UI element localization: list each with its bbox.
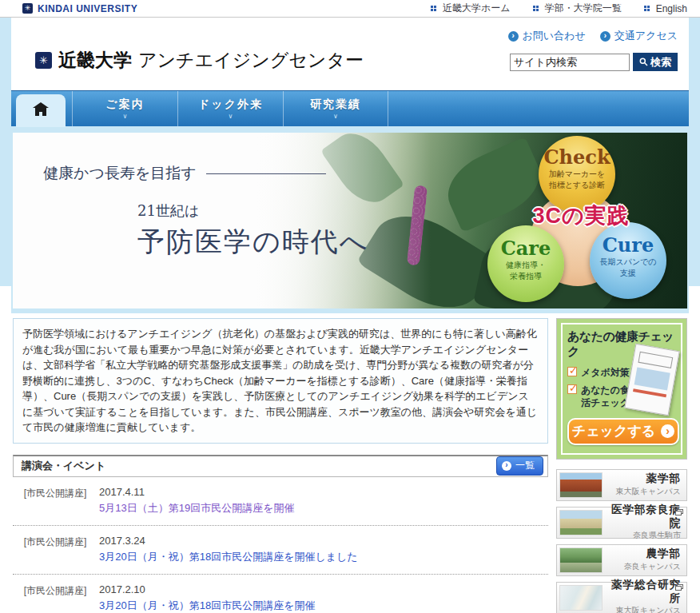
sidebar: あなたの健康チェック メタボ対策 あなたの食生活チェック bbox=[556, 318, 687, 613]
health-check-item-label: メタボ対策 bbox=[581, 366, 630, 379]
cure-desc-line2: 支援 bbox=[620, 269, 636, 277]
chevron-down-icon: ∨ bbox=[178, 112, 283, 121]
event-category: [市民公開講座] bbox=[22, 486, 88, 515]
hero-catchphrase: 健康かつ長寿を目指す bbox=[43, 163, 197, 184]
kindai-brand-label: KINDAI UNIVERSITY bbox=[38, 3, 137, 14]
content-column: ✳ 近畿大学 アンチエイジングセンター › お問い合わせ › 交通アクセス bbox=[11, 18, 689, 613]
events-section: 講演会・イベント › 一覧 [市民公開講座] 2017.4.11 5月13日（土… bbox=[13, 455, 548, 613]
health-check-inner: あなたの健康チェック メタボ対策 あなたの食生活チェック bbox=[561, 323, 682, 455]
top-link-label: 学部・大学院一覧 bbox=[545, 2, 622, 15]
care-desc-line2: 栄養指導 bbox=[510, 272, 542, 281]
tab-research[interactable]: 研究業績 ∨ bbox=[283, 91, 388, 126]
top-utility-bar: ✳ KINDAI UNIVERSITY 近畿大学ホーム 学部・大学院一覧 Eng… bbox=[0, 0, 700, 18]
hero-copy: 健康かつ長寿を目指す 21世紀は 予防医学の時代へ bbox=[43, 163, 369, 261]
cure-circle-title: Cure bbox=[590, 233, 666, 257]
campus-card-agriculture[interactable]: 農学部 奈良キャンパス bbox=[556, 544, 687, 576]
event-body: 2017.2.10 3月20日（月・祝）第18回市民公開講座を開催 bbox=[99, 583, 315, 613]
main-navigation: ご案内 ∨ ドック外来 ∨ 研究業績 ∨ bbox=[11, 90, 689, 126]
external-link-icon bbox=[677, 584, 683, 589]
tab-label: ご案内 bbox=[73, 98, 177, 112]
tab-home[interactable] bbox=[16, 94, 66, 127]
event-body: 2017.4.11 5月13日（土）第19回市民公開講座を開催 bbox=[99, 486, 294, 515]
arrow-circle-icon: › bbox=[661, 424, 674, 438]
health-check-banner[interactable]: あなたの健康チェック メタボ対策 あなたの食生活チェック bbox=[556, 318, 687, 460]
care-circle: Care 健康指導・ 栄養指導 bbox=[487, 225, 564, 302]
three-c-diagram: Check 加齢マーカーを 指標とする診断 Care 健康指導・ 栄養指導 bbox=[487, 136, 673, 305]
event-row: [市民公開講座] 2017.2.10 3月20日（月・祝）第18回市民公開講座を… bbox=[13, 575, 548, 613]
search-icon bbox=[639, 58, 648, 66]
event-date: 2017.3.24 bbox=[99, 535, 358, 547]
top-link-label: 近畿大学ホーム bbox=[443, 2, 511, 15]
arrow-circle-icon: › bbox=[600, 31, 611, 42]
events-list-button-label: 一覧 bbox=[515, 459, 535, 472]
main-column: 予防医学領域におけるアンチエイジング（抗老化）の基盤および実践的研究は、世界的に… bbox=[13, 318, 548, 613]
events-section-title: 講演会・イベント bbox=[22, 459, 105, 473]
search-button[interactable]: 検索 bbox=[633, 53, 678, 71]
site-header: ✳ 近畿大学 アンチエイジングセンター › お問い合わせ › 交通アクセス bbox=[11, 18, 689, 90]
kindai-university-brand[interactable]: ✳ KINDAI UNIVERSITY bbox=[22, 3, 137, 14]
page: ✳ KINDAI UNIVERSITY 近畿大学ホーム 学部・大学院一覧 Eng… bbox=[0, 0, 700, 613]
site-search: 検索 bbox=[508, 53, 678, 71]
center-logo-icon: ✳ bbox=[35, 52, 52, 69]
event-link[interactable]: 5月13日（土）第19回市民公開講座を開催 bbox=[99, 502, 294, 514]
event-row: [市民公開講座] 2017.4.11 5月13日（土）第19回市民公開講座を開催 bbox=[13, 477, 548, 526]
contact-link-label: お問い合わせ bbox=[523, 29, 586, 43]
campus-photo bbox=[559, 472, 603, 498]
checkbox-icon bbox=[567, 367, 577, 376]
campus-card-pharmacy-research[interactable]: 薬学総合研究所 東大阪キャンパス bbox=[556, 582, 687, 613]
top-link-faculties[interactable]: 学部・大学院一覧 bbox=[533, 2, 622, 15]
search-input[interactable] bbox=[510, 54, 630, 71]
intro-paragraph: 予防医学領域におけるアンチエイジング（抗老化）の基盤および実践的研究は、世界的に… bbox=[13, 318, 548, 444]
external-link-icon bbox=[677, 509, 683, 514]
campus-photo bbox=[559, 585, 603, 611]
quick-links: › お問い合わせ › 交通アクセス bbox=[508, 29, 678, 43]
top-links: 近畿大学ホーム 学部・大学院一覧 English bbox=[431, 2, 687, 15]
campus-text: 薬学総合研究所 東大阪キャンパス bbox=[607, 579, 684, 613]
three-c-label: 3Cの実践 bbox=[497, 201, 665, 230]
campus-location: 奈良キャンパス bbox=[607, 561, 681, 572]
checkbox-icon bbox=[567, 384, 577, 394]
event-body: 2017.3.24 3月20日（月・祝）第18回市民公開講座を開催しました bbox=[99, 535, 358, 564]
arrow-circle-icon: › bbox=[502, 461, 511, 471]
hero-banner: 健康かつ長寿を目指す 21世紀は 予防医学の時代へ Check 加齢マーカーを … bbox=[13, 133, 687, 308]
home-icon bbox=[35, 108, 46, 116]
top-link-kindai-home[interactable]: 近畿大学ホーム bbox=[431, 2, 511, 15]
campus-name: 医学部奈良病院 bbox=[607, 504, 681, 529]
event-date: 2017.4.11 bbox=[99, 486, 294, 498]
site-brand-label: 近畿大学 bbox=[58, 48, 132, 73]
care-circle-desc: 健康指導・ 栄養指導 bbox=[487, 260, 564, 281]
kindai-logo-icon: ✳ bbox=[22, 3, 33, 14]
campus-name: 農学部 bbox=[607, 547, 681, 560]
events-header: 講演会・イベント › 一覧 bbox=[13, 455, 548, 477]
event-category: [市民公開講座] bbox=[22, 535, 88, 564]
tab-dock-clinic[interactable]: ドック外来 ∨ bbox=[177, 91, 283, 126]
top-link-english[interactable]: English bbox=[644, 2, 687, 15]
site-brand[interactable]: ✳ 近畿大学 アンチエイジングセンター bbox=[35, 48, 364, 73]
access-link[interactable]: › 交通アクセス bbox=[600, 29, 678, 43]
tab-guide[interactable]: ご案内 ∨ bbox=[72, 91, 177, 126]
events-list-button[interactable]: › 一覧 bbox=[496, 456, 543, 476]
campus-links: 薬学部 東大阪キャンパス 医学部奈良病院 奈良県生駒市 bbox=[556, 469, 687, 613]
event-row: [市民公開講座] 2017.3.24 3月20日（月・祝）第18回市民公開講座を… bbox=[13, 526, 548, 575]
hero-rule-line bbox=[206, 173, 326, 174]
main-area: 予防医学領域におけるアンチエイジング（抗老化）の基盤および実践的研究は、世界的に… bbox=[11, 313, 689, 613]
campus-card-pharmacy[interactable]: 薬学部 東大阪キャンパス bbox=[556, 469, 687, 501]
tab-label: ドック外来 bbox=[178, 98, 283, 112]
check-desc-line1: 加齢マーカーを bbox=[549, 169, 606, 178]
campus-location: 東大阪キャンパス bbox=[607, 605, 681, 613]
access-link-label: 交通アクセス bbox=[614, 29, 678, 43]
contact-link[interactable]: › お問い合わせ bbox=[508, 29, 586, 43]
campus-card-nara-hospital[interactable]: 医学部奈良病院 奈良県生駒市 bbox=[556, 507, 687, 539]
cure-desc-line1: 長期スパンでの bbox=[599, 257, 656, 266]
campus-text: 農学部 奈良キャンパス bbox=[607, 547, 684, 571]
event-link[interactable]: 3月20日（月・祝）第18回市民公開講座を開催しました bbox=[99, 551, 358, 563]
check-circle-title: Check bbox=[539, 145, 615, 169]
hero-headline: 予防医学の時代へ bbox=[137, 224, 369, 261]
cure-circle-desc: 長期スパンでの 支援 bbox=[590, 257, 666, 278]
campus-text: 薬学部 東大阪キャンパス bbox=[607, 472, 684, 496]
arrow-circle-icon: › bbox=[508, 31, 519, 42]
event-date: 2017.2.10 bbox=[99, 583, 315, 595]
event-link[interactable]: 3月20日（月・祝）第18回市民公開講座を開催 bbox=[99, 599, 315, 611]
health-check-button[interactable]: チェックする › bbox=[567, 418, 679, 445]
campus-name: 薬学部 bbox=[607, 472, 681, 485]
